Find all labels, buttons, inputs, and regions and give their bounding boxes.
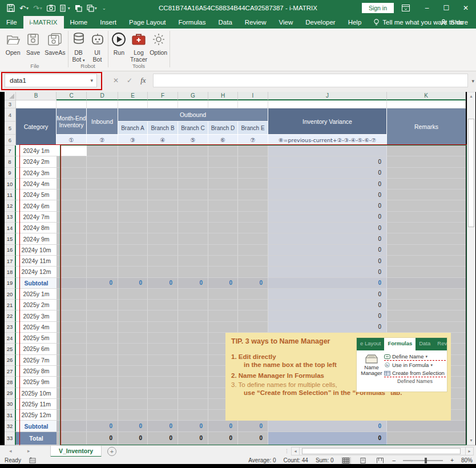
cell-B11[interactable]: 2024y 5m	[16, 189, 57, 200]
cell-D33[interactable]: 0	[87, 432, 118, 445]
row-header[interactable]: 10	[5, 179, 16, 189]
cell-D28[interactable]	[87, 377, 118, 388]
header-branch-a[interactable]: Branch A	[118, 122, 148, 135]
cell-H3[interactable]	[208, 100, 238, 108]
run-button[interactable]: Run	[110, 31, 128, 56]
cell-E13[interactable]	[118, 212, 148, 223]
cell-E26[interactable]	[118, 355, 148, 366]
cell-E33[interactable]: 0	[118, 432, 148, 445]
cell-C15[interactable]	[57, 233, 87, 244]
share-button[interactable]: Share	[436, 16, 473, 29]
cell-C11[interactable]	[57, 189, 87, 200]
cancel-entry-icon[interactable]: ✕	[113, 76, 119, 84]
cell-B17[interactable]: 2024y 11m	[16, 256, 57, 267]
row-header[interactable]: 29	[5, 388, 16, 399]
header-num-3[interactable]: ③	[118, 135, 148, 146]
cell-E25[interactable]	[118, 344, 148, 354]
cell-H9[interactable]	[208, 168, 238, 179]
maximize-button[interactable]: ☐	[441, 4, 452, 12]
cell-H21[interactable]	[208, 300, 238, 310]
row-header[interactable]: 28	[5, 377, 16, 388]
cell-K19[interactable]	[387, 278, 466, 289]
cell-C13[interactable]	[57, 212, 87, 223]
row-header[interactable]: 15	[5, 233, 16, 244]
header-branch-e[interactable]: Branch E	[238, 122, 268, 135]
cell-J19[interactable]: 0	[268, 278, 387, 289]
cell-H17[interactable]	[208, 256, 238, 267]
cell-D13[interactable]	[87, 212, 118, 223]
cell-J11[interactable]: 0	[268, 189, 387, 200]
cell-E7[interactable]	[118, 146, 148, 156]
cell-B26[interactable]: 2025y 7m	[16, 355, 57, 366]
header-branch-c[interactable]: Branch C	[178, 122, 208, 135]
cell-I17[interactable]	[238, 256, 268, 267]
cell-I23[interactable]	[238, 322, 268, 333]
cell-K21[interactable]	[387, 300, 466, 310]
row-header[interactable]: 7	[5, 146, 16, 156]
cell-G12[interactable]	[178, 200, 208, 211]
cell-K20[interactable]	[387, 289, 466, 300]
cell-G13[interactable]	[178, 212, 208, 223]
cell-G7[interactable]	[178, 146, 208, 156]
cell-G31[interactable]	[178, 410, 208, 421]
cell-C31[interactable]	[57, 410, 87, 421]
row-header[interactable]: 33	[5, 432, 16, 445]
cell-G17[interactable]	[178, 256, 208, 267]
cell-I21[interactable]	[238, 300, 268, 310]
cell-D14[interactable]	[87, 223, 118, 233]
cell-I14[interactable]	[238, 223, 268, 233]
cell-G19[interactable]: 0	[178, 278, 208, 289]
cell-I8[interactable]	[238, 156, 268, 167]
cell-I18[interactable]	[238, 267, 268, 277]
cell-I15[interactable]	[238, 233, 268, 244]
row-header[interactable]: 16	[5, 245, 16, 256]
cell-E27[interactable]	[118, 366, 148, 377]
cell-D17[interactable]	[87, 256, 118, 267]
cell-F23[interactable]	[148, 322, 178, 333]
row-header[interactable]: 13	[5, 212, 16, 223]
scroll-up-icon[interactable]: ▴	[467, 92, 475, 100]
cell-G22[interactable]	[178, 310, 208, 321]
cell-E9[interactable]	[118, 168, 148, 179]
cell-J18[interactable]: 0	[268, 267, 387, 277]
cell-G28[interactable]	[178, 377, 208, 388]
cell-C21[interactable]	[57, 300, 87, 310]
header-variance-formula[interactable]: ⑧=previous-current+②-③-④-⑤-⑥-⑦	[268, 135, 387, 146]
row-header[interactable]: 26	[5, 355, 16, 366]
header-outbound[interactable]: Outbound	[118, 108, 268, 122]
column-header-J[interactable]: J	[268, 92, 387, 100]
cell-D19[interactable]: 0	[87, 278, 118, 289]
vertical-scroll-thumb[interactable]	[468, 119, 474, 227]
row-header[interactable]: 30	[5, 399, 16, 410]
scroll-left-icon[interactable]: ◂	[291, 447, 300, 455]
cell-D26[interactable]	[87, 355, 118, 366]
column-header-C[interactable]: C	[57, 92, 87, 100]
cell-I3[interactable]	[238, 100, 268, 108]
ui-bot-button[interactable]: UIBot	[88, 31, 106, 63]
zoom-in-button[interactable]: +	[450, 457, 454, 463]
cell-I10[interactable]	[238, 179, 268, 189]
cell-F13[interactable]	[148, 212, 178, 223]
cell-C19[interactable]	[57, 278, 87, 289]
cell-C10[interactable]	[57, 179, 87, 189]
cell-B15[interactable]: 2024y 9m	[16, 233, 57, 244]
cell-I11[interactable]	[238, 189, 268, 200]
cell-F3[interactable]	[148, 100, 178, 108]
cell-C9[interactable]	[57, 168, 87, 179]
cell-B33[interactable]: Total	[16, 432, 57, 445]
cell-E16[interactable]	[118, 245, 148, 256]
cell-I32[interactable]: 0	[238, 421, 268, 431]
cell-B18[interactable]: 2024y 12m	[16, 267, 57, 277]
cell-D8[interactable]	[87, 156, 118, 167]
header-remarks[interactable]: Remarks	[387, 108, 466, 146]
cell-B32[interactable]: Subtotal	[16, 421, 57, 431]
cell-C17[interactable]	[57, 256, 87, 267]
enter-entry-icon[interactable]: ✓	[127, 76, 132, 84]
cell-B24[interactable]: 2025y 5m	[16, 333, 57, 344]
new-sheet-button[interactable]: +	[107, 447, 116, 456]
ribbon-display-options-icon[interactable]	[402, 5, 413, 11]
row-header[interactable]: 27	[5, 366, 16, 377]
paste-list-button[interactable]: ▾	[59, 2, 71, 14]
cell-J9[interactable]: 0	[268, 168, 387, 179]
cell-C26[interactable]	[57, 355, 87, 366]
